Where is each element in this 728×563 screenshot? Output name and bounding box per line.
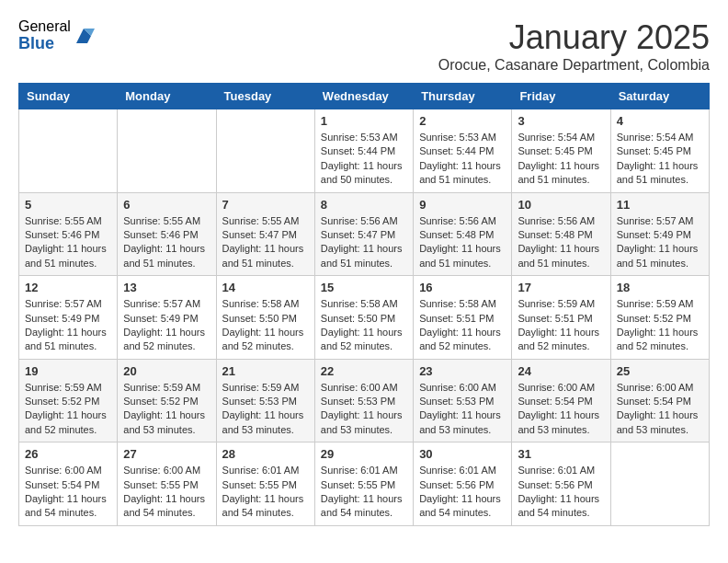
day-info-line: Daylight: 11 hours bbox=[419, 493, 501, 504]
day-header-wednesday: Wednesday bbox=[314, 84, 413, 109]
day-info-line: and 52 minutes. bbox=[222, 340, 294, 351]
day-info-line: Sunset: 5:47 PM bbox=[222, 229, 297, 240]
day-info: Sunrise: 5:58 AMSunset: 5:51 PMDaylight:… bbox=[419, 297, 506, 354]
day-info-line: Sunrise: 5:56 AM bbox=[419, 215, 496, 226]
day-info-line: Sunrise: 5:59 AM bbox=[617, 298, 694, 309]
day-info-line: Sunset: 5:56 PM bbox=[518, 479, 592, 490]
day-info-line: Sunrise: 6:00 AM bbox=[419, 382, 496, 393]
day-info: Sunrise: 5:57 AMSunset: 5:49 PMDaylight:… bbox=[25, 297, 111, 354]
day-info-line: Sunset: 5:52 PM bbox=[617, 313, 691, 324]
day-info-line: Daylight: 11 hours bbox=[617, 327, 699, 338]
day-info-line: Sunset: 5:44 PM bbox=[419, 145, 494, 156]
day-info-line: Sunset: 5:49 PM bbox=[123, 313, 198, 324]
day-info-line: Daylight: 11 hours bbox=[518, 409, 599, 420]
day-info-line: Daylight: 11 hours bbox=[222, 409, 304, 420]
day-info-line: Sunrise: 6:00 AM bbox=[123, 465, 200, 476]
day-info-line: Sunrise: 6:01 AM bbox=[321, 465, 398, 476]
day-info-line: and 54 minutes. bbox=[321, 507, 392, 518]
day-info: Sunrise: 5:54 AMSunset: 5:45 PMDaylight:… bbox=[617, 131, 703, 188]
calendar-cell: 31Sunrise: 6:01 AMSunset: 5:56 PMDayligh… bbox=[512, 442, 610, 526]
day-info-line: and 51 minutes. bbox=[518, 174, 589, 185]
day-info: Sunrise: 5:59 AMSunset: 5:51 PMDaylight:… bbox=[518, 297, 604, 354]
day-info-line: Sunrise: 5:59 AM bbox=[25, 382, 102, 393]
calendar-cell bbox=[118, 109, 216, 193]
day-info-line: Sunrise: 6:00 AM bbox=[25, 465, 102, 476]
day-info-line: and 54 minutes. bbox=[419, 507, 491, 518]
calendar-week-row: 12Sunrise: 5:57 AMSunset: 5:49 PMDayligh… bbox=[19, 276, 710, 360]
day-info-line: Sunset: 5:54 PM bbox=[518, 396, 592, 407]
day-info: Sunrise: 6:01 AMSunset: 5:55 PMDaylight:… bbox=[321, 464, 407, 521]
day-number: 18 bbox=[617, 281, 703, 294]
calendar-cell: 6Sunrise: 5:55 AMSunset: 5:46 PMDaylight… bbox=[118, 192, 216, 276]
day-info-line: Sunrise: 5:53 AM bbox=[321, 132, 398, 143]
day-info-line: Sunrise: 5:59 AM bbox=[123, 382, 200, 393]
day-info: Sunrise: 6:00 AMSunset: 5:54 PMDaylight:… bbox=[518, 381, 604, 438]
logo-blue: Blue bbox=[18, 35, 71, 53]
day-number: 25 bbox=[617, 364, 703, 378]
day-number: 28 bbox=[222, 447, 309, 461]
day-info-line: Daylight: 11 hours bbox=[518, 243, 599, 254]
day-info-line: Daylight: 11 hours bbox=[321, 493, 403, 504]
day-info-line: Daylight: 11 hours bbox=[222, 493, 304, 504]
day-info-line: Sunset: 5:45 PM bbox=[518, 145, 592, 156]
day-info-line: Sunset: 5:46 PM bbox=[25, 229, 99, 240]
day-number: 29 bbox=[321, 447, 407, 461]
day-info-line: and 51 minutes. bbox=[518, 258, 589, 269]
day-info: Sunrise: 5:54 AMSunset: 5:45 PMDaylight:… bbox=[518, 131, 604, 188]
day-info-line: Sunrise: 5:59 AM bbox=[518, 298, 595, 309]
day-info-line: Sunrise: 6:01 AM bbox=[518, 465, 595, 476]
day-info-line: and 52 minutes. bbox=[25, 424, 97, 435]
day-info-line: and 52 minutes. bbox=[518, 340, 589, 351]
page-header: General Blue January 2025 Orocue, Casana… bbox=[18, 18, 710, 74]
day-info-line: and 50 minutes. bbox=[321, 174, 392, 185]
day-info-line: and 54 minutes. bbox=[518, 507, 589, 518]
day-number: 26 bbox=[25, 447, 111, 461]
day-number: 19 bbox=[25, 364, 111, 378]
calendar-cell bbox=[19, 109, 118, 193]
day-info: Sunrise: 6:00 AMSunset: 5:54 PMDaylight:… bbox=[25, 464, 111, 521]
calendar-cell: 30Sunrise: 6:01 AMSunset: 5:56 PMDayligh… bbox=[414, 442, 512, 526]
calendar-cell: 1Sunrise: 5:53 AMSunset: 5:44 PMDaylight… bbox=[314, 109, 413, 193]
day-info-line: and 51 minutes. bbox=[25, 258, 97, 269]
day-info-line: Daylight: 11 hours bbox=[222, 327, 304, 338]
day-header-friday: Friday bbox=[512, 84, 610, 109]
calendar-cell: 13Sunrise: 5:57 AMSunset: 5:49 PMDayligh… bbox=[118, 276, 216, 360]
day-info-line: and 51 minutes. bbox=[617, 258, 688, 269]
day-info-line: Sunset: 5:45 PM bbox=[617, 145, 691, 156]
day-info-line: Sunrise: 6:01 AM bbox=[222, 465, 300, 476]
calendar-week-row: 26Sunrise: 6:00 AMSunset: 5:54 PMDayligh… bbox=[19, 442, 710, 526]
day-info-line: Daylight: 11 hours bbox=[123, 327, 205, 338]
day-info-line: and 51 minutes. bbox=[123, 258, 195, 269]
day-number: 27 bbox=[123, 447, 210, 461]
day-info-line: Daylight: 11 hours bbox=[518, 327, 599, 338]
day-info-line: Daylight: 11 hours bbox=[123, 409, 205, 420]
day-number: 13 bbox=[123, 281, 210, 294]
day-info-line: Sunset: 5:55 PM bbox=[123, 479, 198, 490]
day-info-line: and 52 minutes. bbox=[419, 340, 491, 351]
day-info-line: Sunset: 5:56 PM bbox=[419, 479, 494, 490]
day-info-line: Sunrise: 5:53 AM bbox=[419, 132, 496, 143]
day-info-line: Sunrise: 5:58 AM bbox=[321, 298, 398, 309]
day-info: Sunrise: 6:01 AMSunset: 5:56 PMDaylight:… bbox=[419, 464, 506, 521]
day-info-line: Daylight: 11 hours bbox=[222, 243, 304, 254]
day-info-line: and 54 minutes. bbox=[222, 507, 294, 518]
day-header-tuesday: Tuesday bbox=[216, 84, 314, 109]
day-info-line: Daylight: 11 hours bbox=[419, 327, 501, 338]
day-info-line: Daylight: 11 hours bbox=[419, 160, 501, 171]
day-info-line: Sunset: 5:54 PM bbox=[25, 479, 99, 490]
day-info-line: and 53 minutes. bbox=[321, 424, 392, 435]
day-info: Sunrise: 5:58 AMSunset: 5:50 PMDaylight:… bbox=[222, 297, 309, 354]
day-number: 31 bbox=[518, 447, 604, 461]
day-number: 12 bbox=[25, 281, 111, 294]
calendar-cell bbox=[216, 109, 314, 193]
day-number: 2 bbox=[419, 114, 506, 128]
logo-icon bbox=[73, 25, 95, 47]
calendar-cell: 19Sunrise: 5:59 AMSunset: 5:52 PMDayligh… bbox=[19, 359, 118, 442]
day-info-line: Sunset: 5:48 PM bbox=[518, 229, 592, 240]
calendar-cell: 22Sunrise: 6:00 AMSunset: 5:53 PMDayligh… bbox=[314, 359, 413, 442]
calendar-cell: 26Sunrise: 6:00 AMSunset: 5:54 PMDayligh… bbox=[19, 442, 118, 526]
day-info-line: and 51 minutes. bbox=[419, 258, 491, 269]
day-info-line: Sunset: 5:55 PM bbox=[222, 479, 297, 490]
day-info-line: Sunset: 5:50 PM bbox=[222, 313, 297, 324]
day-info-line: and 52 minutes. bbox=[123, 340, 195, 351]
